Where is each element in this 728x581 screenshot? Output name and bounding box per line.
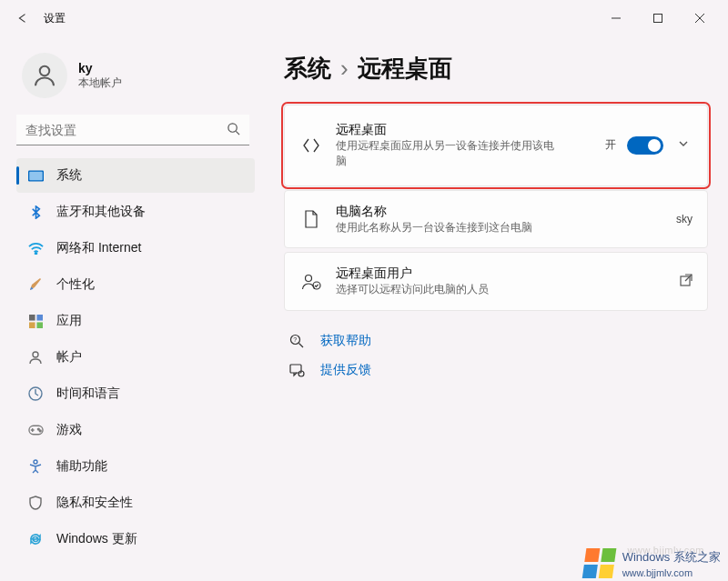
- search-icon: [227, 122, 240, 138]
- users-icon: [301, 272, 321, 292]
- titlebar: 设置: [0, 0, 728, 36]
- card-subtitle: 使用此名称从另一台设备连接到这台电脑: [336, 220, 662, 235]
- nav-label: 时间和语言: [56, 386, 120, 402]
- avatar: [22, 53, 67, 98]
- card-remote-users[interactable]: 远程桌面用户 选择可以远程访问此电脑的人员: [284, 252, 708, 311]
- remote-desktop-toggle[interactable]: [627, 136, 663, 155]
- nav-item-system[interactable]: 系统: [16, 158, 255, 193]
- svg-rect-13: [36, 322, 43, 328]
- feedback-icon: [288, 364, 306, 377]
- breadcrumb-leaf: 远程桌面: [358, 53, 452, 85]
- link-label: 提供反馈: [320, 362, 371, 378]
- svg-point-5: [228, 124, 237, 132]
- settings-window: 设置 ky 本地帐户: [0, 0, 728, 581]
- nav-item-network[interactable]: 网络和 Internet: [16, 231, 255, 265]
- user-name: ky: [78, 61, 122, 75]
- card-title: 远程桌面用户: [336, 265, 665, 282]
- svg-line-6: [236, 131, 239, 135]
- expand-chevron-icon[interactable]: [674, 135, 693, 155]
- breadcrumb: 系统 › 远程桌面: [284, 53, 708, 85]
- nav-label: 游戏: [56, 422, 82, 438]
- help-icon: ?: [288, 334, 306, 349]
- site-badge: Windows 系统之家 www.bjjmlv.com: [584, 548, 721, 579]
- document-icon: [301, 209, 321, 229]
- sidebar: ky 本地帐户 系统: [0, 36, 264, 581]
- toggle-state-label: 开: [605, 137, 616, 153]
- svg-rect-12: [29, 322, 35, 328]
- svg-rect-1: [654, 15, 662, 23]
- nav: 系统 蓝牙和其他设备 网络和 Internet: [16, 158, 255, 556]
- search-input[interactable]: [16, 115, 249, 145]
- app-title: 设置: [44, 11, 66, 26]
- svg-rect-11: [36, 315, 43, 321]
- accessibility-icon: [27, 458, 44, 475]
- system-icon: [27, 167, 44, 184]
- close-button[interactable]: [679, 4, 721, 33]
- nav-item-apps[interactable]: 应用: [16, 304, 255, 338]
- nav-label: 网络和 Internet: [56, 240, 141, 256]
- remote-desktop-icon: [301, 135, 321, 155]
- back-button[interactable]: [7, 4, 36, 33]
- link-label: 获取帮助: [320, 333, 371, 349]
- svg-point-14: [33, 352, 38, 357]
- user-block[interactable]: ky 本地帐户: [16, 45, 255, 115]
- personalize-icon: [27, 276, 44, 293]
- windows-logo-icon: [581, 548, 617, 579]
- card-subtitle: 选择可以远程访问此电脑的人员: [336, 282, 665, 297]
- search-row: [16, 115, 249, 145]
- minimize-button[interactable]: [595, 4, 637, 33]
- content-area: ky 本地帐户 系统: [0, 36, 728, 581]
- window-controls: [595, 4, 721, 33]
- user-subtitle: 本地帐户: [78, 75, 122, 91]
- nav-label: 蓝牙和其他设备: [56, 204, 146, 220]
- badge-url: www.bjjmlv.com: [622, 567, 693, 578]
- link-give-feedback[interactable]: 提供反馈: [284, 362, 708, 378]
- nav-label: 隐私和安全性: [56, 495, 133, 511]
- card-pc-name[interactable]: 电脑名称 使用此名称从另一台设备连接到这台电脑 sky: [284, 190, 708, 249]
- breadcrumb-separator: ›: [340, 55, 349, 83]
- nav-item-bluetooth[interactable]: 蓝牙和其他设备: [16, 195, 255, 229]
- maximize-button[interactable]: [637, 4, 679, 33]
- svg-rect-10: [29, 315, 35, 321]
- svg-point-18: [39, 430, 41, 432]
- nav-item-gaming[interactable]: 游戏: [16, 413, 255, 447]
- privacy-icon: [27, 495, 44, 511]
- link-get-help[interactable]: ? 获取帮助: [284, 333, 708, 349]
- nav-label: 系统: [56, 167, 82, 184]
- nav-item-windows-update[interactable]: Windows 更新: [16, 522, 255, 556]
- bluetooth-icon: [27, 204, 44, 220]
- svg-point-17: [37, 428, 39, 430]
- time-lang-icon: [27, 386, 44, 402]
- svg-rect-8: [29, 171, 42, 179]
- network-icon: [27, 240, 44, 256]
- breadcrumb-root[interactable]: 系统: [284, 53, 331, 85]
- card-title: 远程桌面: [336, 122, 591, 138]
- svg-point-19: [34, 460, 37, 464]
- pc-name-value: sky: [676, 213, 693, 225]
- card-remote-desktop[interactable]: 远程桌面 使用远程桌面应用从另一设备连接并使用该电脑 开: [284, 105, 708, 186]
- nav-label: 帐户: [56, 349, 82, 366]
- nav-label: 应用: [56, 313, 82, 329]
- svg-point-9: [35, 252, 36, 254]
- nav-item-privacy[interactable]: 隐私和安全性: [16, 486, 255, 520]
- badge-suffix: 系统之家: [673, 550, 721, 564]
- card-subtitle: 使用远程桌面应用从另一设备连接并使用该电脑: [336, 138, 554, 169]
- links: ? 获取帮助 提供反馈: [284, 333, 708, 378]
- main-panel: 系统 › 远程桌面 远程桌面 使用远程桌面应用从另一设备连接并使用该电脑 开: [264, 36, 728, 581]
- card-title: 电脑名称: [336, 204, 662, 220]
- badge-brand: Windows: [622, 550, 671, 564]
- nav-item-personalize[interactable]: 个性化: [16, 267, 255, 302]
- svg-point-20: [306, 275, 312, 281]
- nav-item-time-language[interactable]: 时间和语言: [16, 376, 255, 411]
- apps-icon: [27, 313, 44, 329]
- nav-item-accessibility[interactable]: 辅助功能: [16, 449, 255, 484]
- svg-line-24: [298, 343, 303, 347]
- cards: 远程桌面 使用远程桌面应用从另一设备连接并使用该电脑 开: [284, 105, 708, 311]
- nav-label: 个性化: [56, 276, 95, 293]
- update-icon: [27, 531, 44, 547]
- external-link-icon: [680, 274, 693, 289]
- accounts-icon: [27, 349, 44, 366]
- nav-label: 辅助功能: [56, 458, 107, 475]
- nav-label: Windows 更新: [56, 531, 137, 547]
- nav-item-accounts[interactable]: 帐户: [16, 340, 255, 375]
